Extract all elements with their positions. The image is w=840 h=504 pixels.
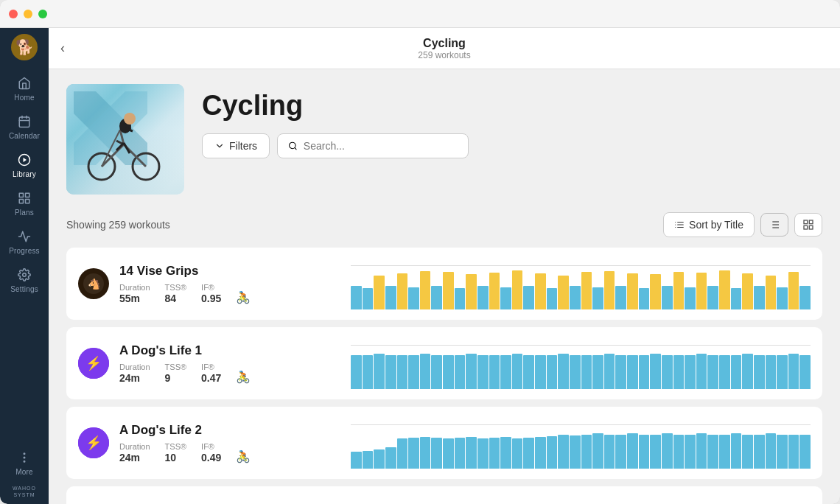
workout-icon-image: ⚡	[78, 348, 109, 379]
duration-stat: Duration 24m	[119, 363, 150, 384]
tss-stat: TSS® 10	[165, 442, 187, 463]
workout-card[interactable]: 🐴 14 Vise Grips Duration 55m TSS®	[66, 248, 822, 320]
if-stat: IF® 0.49	[201, 442, 221, 463]
page-content: Cycling Filters	[49, 69, 840, 504]
tss-stat: TSS® 9	[165, 363, 187, 384]
page-header: Cycling 259 workouts	[418, 37, 470, 60]
bike-icon: 🚴	[236, 290, 251, 304]
home-icon	[16, 75, 32, 91]
hero-image	[66, 84, 184, 195]
workout-chart	[351, 417, 811, 469]
sidebar-item-library[interactable]: Library	[0, 146, 49, 184]
sidebar-item-more-label: More	[15, 468, 33, 476]
hero-section: Cycling Filters	[66, 84, 822, 195]
workout-card[interactable]: ⚡ A Dog's Life 2 Duration 24m TSS®	[66, 407, 822, 479]
svg-rect-45	[804, 225, 808, 229]
search-input[interactable]	[304, 140, 458, 152]
sidebar-item-settings-label: Settings	[10, 285, 38, 293]
hero-title: Cycling	[202, 90, 469, 122]
svg-rect-46	[809, 225, 813, 229]
sort-icon	[674, 220, 685, 230]
titlebar	[0, 0, 840, 28]
bike-icon: 🚴	[236, 370, 251, 384]
page-title: Cycling	[418, 37, 470, 50]
workout-info: A Dog's Life 1 Duration 24m TSS® 9	[119, 343, 340, 384]
search-box[interactable]	[277, 133, 469, 158]
close-button[interactable]	[9, 10, 18, 18]
top-bar: ‹ Cycling 259 workouts	[49, 28, 840, 69]
svg-point-10	[23, 273, 27, 277]
if-stat: IF® 0.95	[201, 283, 221, 304]
workout-stats: Duration 55m TSS® 84 IF® 0.95 �	[119, 283, 340, 304]
svg-point-13	[24, 461, 25, 462]
right-controls: Sort by Title	[663, 212, 822, 237]
svg-point-11	[24, 453, 25, 455]
workout-icon-image: ⚡	[78, 427, 109, 458]
svg-rect-43	[804, 220, 808, 224]
svg-text:⚡: ⚡	[85, 355, 102, 371]
workout-icon: ⚡	[78, 348, 109, 379]
workout-card[interactable]: ● A Very Dark Place Duration TSS®	[66, 486, 822, 504]
svg-rect-6	[19, 193, 23, 197]
workout-name: A Dog's Life 1	[119, 343, 340, 358]
sidebar-item-calendar[interactable]: Calendar	[0, 108, 49, 146]
svg-rect-44	[809, 220, 813, 224]
maximize-button[interactable]	[38, 10, 47, 18]
filters-button[interactable]: Filters	[202, 133, 270, 158]
showing-count: Showing 259 workouts	[66, 219, 170, 231]
sidebar-item-progress-label: Progress	[9, 247, 40, 255]
list-view-button[interactable]	[760, 213, 788, 237]
svg-line-30	[295, 147, 296, 149]
sidebar-item-home[interactable]: Home	[0, 69, 49, 108]
duration-stat: Duration 24m	[119, 442, 150, 463]
svg-point-25	[124, 113, 136, 125]
plans-icon	[16, 190, 32, 206]
bike-icon: 🚴	[236, 449, 251, 463]
back-button[interactable]: ‹	[60, 41, 65, 56]
svg-rect-7	[26, 193, 29, 197]
grid-view-icon	[802, 219, 814, 231]
svg-rect-8	[19, 200, 23, 203]
sidebar: 🐕 Home Calendar	[0, 28, 49, 504]
svg-text:⚡: ⚡	[85, 435, 102, 451]
svg-text:🐴: 🐴	[88, 278, 101, 290]
svg-point-12	[24, 457, 25, 458]
workout-icon: ⚡	[78, 427, 109, 458]
workout-card[interactable]: ⚡ A Dog's Life 1 Duration 24m TSS®	[66, 327, 822, 399]
workout-info: A Dog's Life 2 Duration 24m TSS® 10	[119, 423, 340, 463]
svg-marker-5	[24, 158, 27, 162]
workout-chart	[351, 337, 811, 389]
if-stat: IF® 0.47	[201, 363, 221, 384]
main-content: ‹ Cycling 259 workouts	[49, 28, 840, 504]
workout-icon-image: 🐴	[83, 273, 104, 294]
list-controls: Showing 259 workouts Sort by Title	[66, 212, 822, 237]
sidebar-item-plans[interactable]: Plans	[0, 184, 49, 223]
more-icon	[16, 449, 32, 466]
workout-chart	[351, 258, 811, 309]
library-icon	[16, 152, 32, 168]
gear-icon	[16, 267, 32, 283]
sidebar-item-progress[interactable]: Progress	[0, 223, 49, 261]
workout-name: 14 Vise Grips	[119, 264, 340, 279]
controls-row: Filters	[202, 133, 469, 158]
workout-info: 14 Vise Grips Duration 55m TSS® 84	[119, 264, 340, 304]
svg-rect-9	[26, 200, 29, 203]
hero-text: Cycling Filters	[202, 84, 469, 158]
minimize-button[interactable]	[24, 10, 32, 18]
svg-rect-0	[19, 117, 29, 127]
workout-chart	[351, 497, 811, 504]
sidebar-item-home-label: Home	[14, 94, 34, 102]
search-icon	[288, 141, 298, 151]
brand-logo: wahoo SYSTM	[13, 485, 36, 498]
sort-button[interactable]: Sort by Title	[663, 212, 755, 237]
grid-view-button[interactable]	[794, 213, 822, 237]
page-subtitle: 259 workouts	[418, 50, 470, 60]
progress-icon	[16, 228, 32, 245]
workout-stats: Duration 24m TSS® 9 IF® 0.47 🚴	[119, 363, 340, 384]
sidebar-item-settings[interactable]: Settings	[0, 261, 49, 299]
sidebar-item-more[interactable]: More	[0, 444, 49, 482]
calendar-icon	[16, 113, 32, 130]
sidebar-item-plans-label: Plans	[15, 209, 34, 217]
duration-stat: Duration 55m	[119, 283, 150, 304]
avatar[interactable]: 🐕	[11, 34, 38, 60]
